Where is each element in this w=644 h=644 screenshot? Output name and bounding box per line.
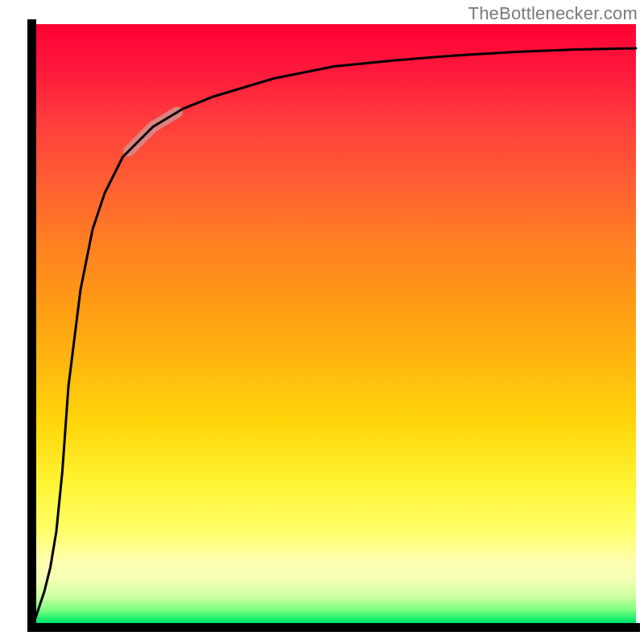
- watermark-text: TheBottlenecker.com: [469, 3, 638, 24]
- y-axis-line: [27, 19, 36, 632]
- x-axis-line: [27, 623, 640, 632]
- bottleneck-curve: [32, 48, 636, 628]
- chart-stage: TheBottlenecker.com: [0, 0, 644, 644]
- chart-svg: [0, 0, 644, 644]
- axes-frame: [27, 19, 640, 632]
